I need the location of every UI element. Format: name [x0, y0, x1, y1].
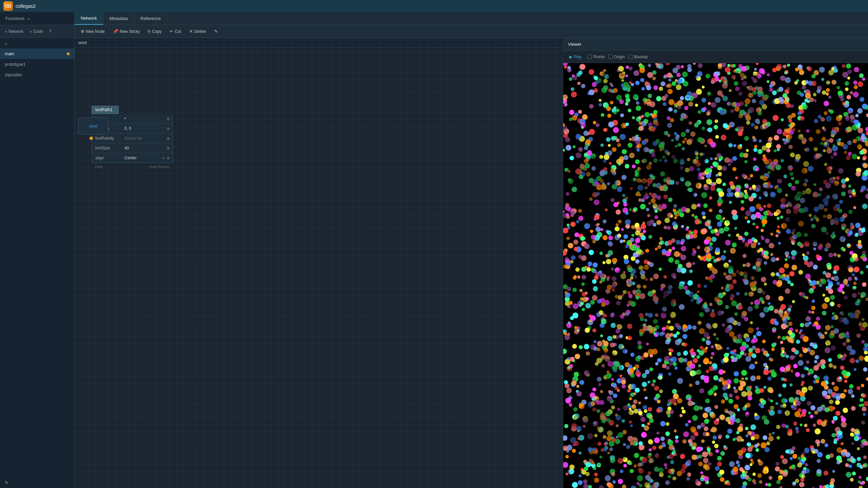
help-link[interactable]: Help — [95, 165, 103, 169]
edit-side-icon: ✎ — [5, 480, 8, 485]
main-label: main — [5, 51, 14, 56]
add-code-btn[interactable]: + Code — [27, 28, 45, 35]
left-toolbar: + Network + Code ? — [0, 25, 75, 38]
tab-metadata[interactable]: Metadata — [103, 12, 134, 25]
add-code-label: Code — [33, 29, 43, 34]
new-node-icon: ⊕ — [81, 29, 84, 34]
active-indicator — [67, 53, 70, 55]
play-btn[interactable]: ▶ Play — [567, 54, 584, 60]
node-title: textPath1 — [95, 107, 113, 112]
play-icon: ▶ — [569, 55, 572, 59]
seed-node-label: seed — [89, 124, 97, 128]
origin-cb-box — [608, 55, 613, 59]
node-header[interactable]: textPath1 — [92, 106, 119, 114]
sidebar-collapse-btn[interactable]: « — [24, 16, 32, 21]
sidebar-item-prototype1[interactable]: prototype1 — [0, 59, 74, 69]
viewer-title: Viewer — [568, 42, 581, 47]
network-area[interactable]: seed textPath1 text • ⊞ — [75, 38, 563, 488]
points-checkbox[interactable]: Points — [588, 55, 605, 59]
cut-icon: ✂ — [170, 29, 173, 34]
expand-fontfamily-btn[interactable]: ⊞ — [165, 135, 171, 141]
new-sticky-icon: 📌 — [113, 29, 118, 34]
right-toolbar: ⊕ New Node 📌 New Sticky ⎘ Copy ✂ Cut ✕ D… — [75, 25, 224, 38]
delete-btn[interactable]: ✕ Delete — [186, 27, 210, 35]
node-input-port — [90, 137, 93, 140]
app-title: collegas2 — [16, 3, 36, 9]
viewer-panel: Viewer ▶ Play Points Origin Bounds — [563, 38, 868, 488]
dot-canvas — [563, 63, 868, 488]
edit-icon: ✎ — [214, 29, 218, 34]
sidebar-edit[interactable]: ✎ — [0, 477, 74, 488]
field-value-text[interactable]: • — [122, 116, 165, 122]
field-value-fontsize[interactable]: 40 — [122, 145, 165, 151]
tab-network[interactable]: Network — [75, 12, 103, 25]
network-canvas[interactable]: textPath1 text • ⊞ position 0, 0 ⊞ — [75, 38, 563, 488]
home-icon: ⌂ — [5, 41, 7, 46]
expand-align-btn[interactable]: ⊞ — [165, 155, 171, 161]
new-sticky-btn[interactable]: 📌 New Sticky — [110, 27, 143, 35]
edit-btn[interactable]: ✎ — [211, 27, 221, 35]
field-label-fontsize: fontSize — [92, 146, 122, 150]
app-logo — [3, 1, 13, 11]
bounds-cb-box — [628, 55, 633, 59]
points-cb-box — [588, 55, 592, 59]
align-value: Center — [122, 155, 163, 161]
new-node-btn[interactable]: ⊕ New Node — [77, 27, 108, 35]
plus-icon: + — [5, 29, 7, 34]
svg-point-1 — [8, 5, 11, 7]
cut-btn[interactable]: ✂ Cut — [166, 27, 184, 35]
expand-text-btn[interactable]: ⊞ — [165, 116, 171, 122]
functions-tab-label: Functions — [5, 16, 24, 21]
main-layout: ⌂ main prototype1 zipcodes ✎ seed — [0, 38, 868, 488]
node-row-fontfamily: fontFamily Select file ⊞ — [92, 134, 173, 143]
copy-icon: ⎘ — [148, 29, 151, 34]
field-value-fontfamily[interactable]: Select file — [122, 135, 165, 141]
node-footer: Help View Source — [92, 163, 173, 170]
node-row-align: align Center ▾ ⊞ — [92, 153, 173, 163]
copy-btn[interactable]: ⎘ Copy — [144, 27, 165, 35]
field-label-align: align — [92, 156, 122, 160]
sidebar: ⌂ main prototype1 zipcodes ✎ — [0, 38, 75, 488]
add-network-btn[interactable]: + Network — [3, 28, 25, 35]
bounds-checkbox[interactable]: Bounds — [628, 55, 648, 59]
tool-bar: + Network + Code ? ⊕ New Node 📌 New Stic… — [0, 25, 868, 38]
node-widget: textPath1 text • ⊞ position 0, 0 ⊞ — [92, 106, 173, 170]
plus-code-icon: + — [29, 29, 32, 34]
help-btn[interactable]: ? — [47, 28, 54, 35]
align-select[interactable]: Center ▾ — [122, 155, 165, 161]
tab-bar: Functions « Network Metadata Reference — [0, 12, 868, 25]
origin-checkbox[interactable]: Origin — [608, 55, 625, 59]
field-value-position[interactable]: 0, 0 — [122, 125, 165, 131]
viewer-header: Viewer — [563, 38, 868, 51]
sidebar-item-main[interactable]: main — [0, 48, 74, 59]
viewer-toolbar: ▶ Play Points Origin Bounds — [563, 51, 868, 63]
top-bar: collegas2 — [0, 0, 868, 12]
expand-position-btn[interactable]: ⊞ — [165, 125, 171, 131]
expand-fontsize-btn[interactable]: ⊞ — [165, 145, 171, 151]
sidebar-home[interactable]: ⌂ — [0, 38, 74, 48]
zipcodes-label: zipcodes — [5, 72, 22, 77]
view-source-link[interactable]: View Source — [149, 165, 170, 169]
node-row-fontsize: fontSize 40 ⊞ — [92, 143, 173, 153]
sidebar-item-zipcodes[interactable]: zipcodes — [0, 69, 74, 80]
svg-point-0 — [5, 5, 8, 7]
add-network-label: Network — [8, 29, 23, 34]
prototype1-label: prototype1 — [5, 62, 25, 67]
field-label-fontfamily: fontFamily — [92, 136, 122, 141]
delete-icon: ✕ — [189, 29, 193, 34]
viewer-canvas — [563, 63, 868, 488]
tab-reference[interactable]: Reference — [134, 12, 167, 25]
seed-node[interactable]: seed — [78, 118, 108, 135]
chevron-down-icon: ▾ — [163, 156, 164, 160]
tab-functions[interactable]: Functions « — [0, 12, 75, 25]
